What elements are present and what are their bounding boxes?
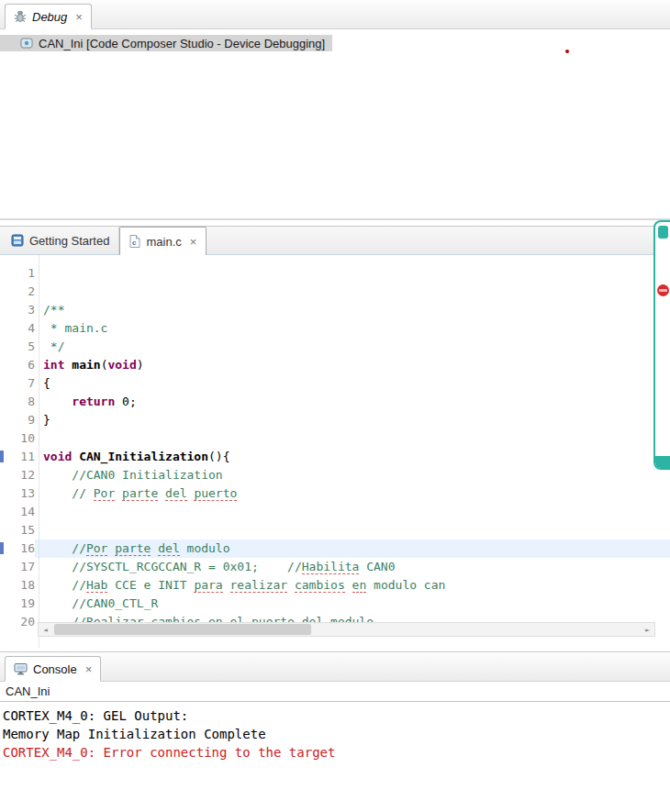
code-line[interactable]: 1 [0,264,670,283]
code-text: //Hab CCE e INIT para realizar cambios e… [35,576,670,595]
code-token: } [43,413,50,427]
line-number[interactable]: 5 [6,338,35,356]
horizontal-scrollbar[interactable]: ◄ ► [38,622,655,637]
close-icon[interactable]: × [75,11,83,23]
code-editor[interactable]: 123/**4 * main.c5 */6int main(void)7{8 r… [0,255,670,648]
code-token: /** [43,303,64,317]
line-number[interactable]: 15 [6,521,35,539]
code-text: } [35,411,670,429]
line-number[interactable]: 2 [6,283,35,301]
code-token: modulo can [366,578,445,592]
code-line[interactable]: 11void CAN_Initialization(){ [0,448,670,466]
side-popup[interactable] [653,220,670,470]
line-number[interactable]: 17 [6,558,35,576]
line-number[interactable]: 9 [6,411,35,429]
line-number[interactable]: 14 [6,503,35,521]
code-token: int [43,358,64,372]
debug-tab-label: Debug [32,10,67,24]
gutter-annotation [0,374,6,393]
line-number[interactable]: 4 [6,319,35,338]
line-number[interactable]: 13 [6,484,35,503]
line-number[interactable]: 19 [6,595,35,613]
close-icon[interactable]: × [85,663,93,675]
line-number[interactable]: 8 [6,393,35,411]
code-line[interactable]: 14 [0,503,670,521]
svg-text:c: c [132,239,137,247]
debug-view: Debug × CAN_Ini [Code Composer Studio - … [0,0,670,220]
gutter-annotation [0,356,6,374]
code-line[interactable]: 5 */ [0,338,670,356]
code-token [287,578,295,592]
console-line: CORTEX_M4_0: Error connecting to the tar… [3,743,667,762]
code-token: Por [86,541,107,556]
code-line[interactable]: 8 return 0; [0,393,670,411]
code-token: para [194,578,222,593]
line-number[interactable]: 12 [6,466,35,484]
gutter-annotation [0,613,6,631]
scroll-left-arrow[interactable]: ◄ [39,626,52,634]
gutter-annotation [0,264,6,283]
code-line[interactable]: 15 [0,521,670,539]
tab-debug[interactable]: Debug × [5,4,92,29]
code-line[interactable]: 13 // Por parte del puerto [0,484,670,503]
c-file-icon: c [129,235,140,248]
code-text: void CAN_Initialization(){ [35,448,670,466]
line-number[interactable]: 10 [6,429,35,448]
scroll-right-arrow[interactable]: ► [641,626,654,634]
code-token [115,486,122,500]
scrollbar-thumb[interactable] [54,624,311,635]
console-output[interactable]: CORTEX_M4_0: GEL Output:Memory Map Initi… [0,702,670,766]
code-token: CAN_Initialization [79,450,208,463]
code-line[interactable]: 10 [0,429,670,448]
debug-icon [14,10,27,23]
debug-tree: CAN_Ini [Code Composer Studio - Device D… [0,29,670,51]
code-token: cambios [295,578,345,593]
code-token: // [43,486,94,500]
popup-bottom-bar [655,456,670,468]
code-line[interactable]: 16 //Por parte del modulo [0,539,670,558]
tab-getting-started[interactable]: Getting Started [2,227,119,254]
line-number[interactable]: 6 [6,356,35,374]
code-line[interactable]: 4 * main.c [0,319,670,338]
line-number[interactable]: 7 [6,374,35,393]
code-line[interactable]: 9} [0,411,670,429]
line-number[interactable]: 16 [6,539,35,558]
console-line: Memory Map Initialization Complete [3,725,667,743]
console-icon [14,662,28,675]
line-number[interactable]: 11 [6,448,35,466]
code-text [35,283,670,301]
tab-main-c[interactable]: c main.c × [119,227,207,255]
code-token [345,578,352,592]
line-number[interactable]: 20 [6,613,35,631]
tab-console[interactable]: Console × [5,656,101,682]
code-line[interactable]: 18 //Hab CCE e INIT para realizar cambio… [0,576,670,595]
code-line[interactable]: 3/** [0,301,670,319]
code-token: void [107,358,136,372]
code-token: Por [94,486,115,501]
code-token: realizar [230,578,288,593]
code-line[interactable]: 7{ [0,374,670,393]
debug-session-row[interactable]: CAN_Ini [Code Composer Studio - Device D… [0,35,332,51]
gutter-separator [39,255,39,648]
line-number[interactable]: 3 [6,301,35,319]
close-icon[interactable]: × [190,236,197,248]
debug-view-header: Debug × [0,0,670,29]
gutter-annotation [0,319,6,338]
code-line[interactable]: 2 [0,283,670,301]
code-token: */ [43,339,64,353]
code-line[interactable]: 6int main(void) [0,356,670,374]
line-number[interactable]: 18 [6,576,35,595]
code-text: int main(void) [35,356,670,374]
code-token: del [158,541,179,556]
code-token: (){ [208,450,229,463]
code-line[interactable]: 17 //SYSCTL_RCGCCAN_R = 0x01; //Habilita… [0,558,670,576]
console-panel: Console × CAN_Ini CORTEX_M4_0: GEL Outpu… [0,651,670,812]
line-number[interactable]: 1 [6,264,35,283]
code-line[interactable]: 19 //CAN0_CTL_R [0,595,670,613]
code-line[interactable]: 12 //CAN0 Initialization [0,466,670,484]
code-text [35,521,670,539]
code-token: CAN0 [359,560,395,573]
gutter-annotation [0,521,6,539]
tab-label: main.c [146,235,181,249]
gutter-annotation [0,576,6,595]
